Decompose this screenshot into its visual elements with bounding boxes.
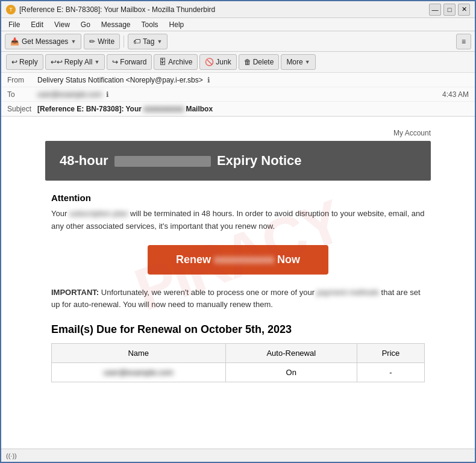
service-name-redacted: subscription plan <box>69 208 128 220</box>
forward-button[interactable]: ↪ Forward <box>107 54 152 70</box>
subject-field: Subject [Reference E: BN-78308]: Your xx… <box>1 102 475 116</box>
menu-bar: File Edit View Go Message Tools Help <box>1 18 475 31</box>
menu-tools[interactable]: Tools <box>137 19 163 30</box>
renewal-table-header: Name Auto-Renewal Price <box>52 344 425 363</box>
minimize-button[interactable]: — <box>429 4 441 16</box>
get-messages-button[interactable]: 📥 Get Messages ▼ <box>5 34 81 49</box>
row-name: user@example.com <box>52 363 226 382</box>
table-row: user@example.com On - <box>52 363 425 382</box>
from-field: From Delivery Status Notification <Norep… <box>1 73 475 87</box>
delete-icon: 🗑 <box>244 58 251 66</box>
to-value: user@example.com ℹ <box>37 90 442 99</box>
reply-button[interactable]: ↩ Reply <box>6 54 43 70</box>
forward-icon: ↪ <box>112 58 118 66</box>
reply-all-icon: ↩↩ <box>51 58 63 66</box>
banner-redacted <box>114 156 211 167</box>
menu-view[interactable]: View <box>49 19 75 30</box>
more-dropdown-arrow[interactable]: ▼ <box>305 59 310 65</box>
toolbar: 📥 Get Messages ▼ ✏ Write 🏷 Tag ▼ ≡ <box>1 31 475 52</box>
delete-button[interactable]: 🗑 Delete <box>239 54 280 70</box>
header-banner: 48-hour Expiry Notice <box>45 141 431 181</box>
action-bar: ↩ Reply ↩↩ Reply All ▼ ↪ Forward 🗄 Archi… <box>1 52 475 73</box>
banner-title: 48-hour Expiry Notice <box>60 153 302 168</box>
important-section: IMPORTANT: Unfortunately, we weren't abl… <box>45 287 431 312</box>
subject-label: Subject <box>7 105 37 113</box>
from-value: Delivery Status Notification <Noreply@pa… <box>37 76 469 84</box>
title-bar: T [Reference E: BN-78308]: Your Mailbox … <box>1 1 475 18</box>
col-auto-renewal: Auto-Renewal <box>225 344 357 363</box>
toolbar-separator <box>124 36 124 48</box>
sender-info-icon[interactable]: ℹ <box>207 76 210 84</box>
hamburger-menu-button[interactable]: ≡ <box>456 34 471 49</box>
get-messages-icon: 📥 <box>10 37 19 46</box>
reply-all-dropdown-arrow[interactable]: ▼ <box>94 59 99 65</box>
attention-section: Attention Your subscription plan will be… <box>45 193 431 233</box>
junk-button[interactable]: 🚫 Junk <box>199 54 236 70</box>
renewal-heading: Email(s) Due for Renewal on October 5th,… <box>45 323 431 336</box>
get-messages-dropdown-arrow[interactable]: ▼ <box>70 39 76 45</box>
menu-help[interactable]: Help <box>164 19 189 30</box>
tag-icon: 🏷 <box>133 37 140 46</box>
attention-title: Attention <box>51 193 425 203</box>
window-controls: — □ ✕ <box>429 4 470 16</box>
menu-edit[interactable]: Edit <box>26 19 48 30</box>
junk-icon: 🚫 <box>205 58 214 66</box>
connection-icon: ((·)) <box>6 452 17 459</box>
app-icon: T <box>6 5 16 14</box>
col-name: Name <box>52 344 226 363</box>
archive-button[interactable]: 🗄 Archive <box>154 54 198 70</box>
tag-button[interactable]: 🏷 Tag ▼ <box>128 34 168 49</box>
from-label: From <box>7 76 37 84</box>
tag-dropdown-arrow[interactable]: ▼ <box>157 39 162 45</box>
status-bar: ((·)) <box>1 449 475 462</box>
renewal-table-body: user@example.com On - <box>52 363 425 382</box>
reply-all-button[interactable]: ↩↩ Reply All ▼ <box>45 54 105 70</box>
important-label: IMPORTANT: <box>51 288 99 297</box>
write-icon: ✏ <box>89 37 95 46</box>
col-price: Price <box>357 344 425 363</box>
email-body: PIRACY My Account 48-hour Expiry Notice … <box>1 117 475 449</box>
write-button[interactable]: ✏ Write <box>84 34 120 49</box>
important-redacted: payment methods <box>317 287 379 299</box>
menu-file[interactable]: File <box>4 19 25 30</box>
menu-go[interactable]: Go <box>76 19 95 30</box>
email-time: 4:43 AM <box>442 90 469 99</box>
renewal-table: Name Auto-Renewal Price user@example.com… <box>51 343 425 382</box>
row-price: - <box>357 363 425 382</box>
reply-icon: ↩ <box>11 58 17 66</box>
close-button[interactable]: ✕ <box>458 4 470 16</box>
my-account-link[interactable]: My Account <box>45 129 431 137</box>
to-label: To <box>7 90 37 99</box>
to-info-icon[interactable]: ℹ <box>106 90 109 99</box>
menu-message[interactable]: Message <box>96 19 136 30</box>
to-address-redacted: user@example.com <box>37 90 102 99</box>
maximize-button[interactable]: □ <box>443 4 456 16</box>
subject-redacted: xxxxxxxxxx <box>143 105 184 113</box>
email-content: PIRACY My Account 48-hour Expiry Notice … <box>33 117 443 394</box>
email-header: ↩ Reply ↩↩ Reply All ▼ ↪ Forward 🗄 Archi… <box>1 52 475 117</box>
renew-now-button[interactable]: Renew xxxxxxxxxx Now <box>148 245 328 275</box>
email-name-redacted: user@example.com <box>104 368 174 377</box>
attention-text: Your subscription plan will be terminate… <box>51 208 425 233</box>
renew-redacted: xxxxxxxxxx <box>214 253 274 266</box>
subject-value: [Reference E: BN-78308]: Your xxxxxxxxxx… <box>37 105 469 113</box>
to-field: To user@example.com ℹ 4:43 AM <box>1 87 475 102</box>
archive-icon: 🗄 <box>159 58 166 66</box>
main-window: T [Reference E: BN-78308]: Your Mailbox … <box>0 0 476 463</box>
row-auto-renewal: On <box>225 363 357 382</box>
more-button[interactable]: More ▼ <box>281 54 315 70</box>
window-title: [Reference E: BN-78308]: Your Mailbox - … <box>19 5 425 14</box>
